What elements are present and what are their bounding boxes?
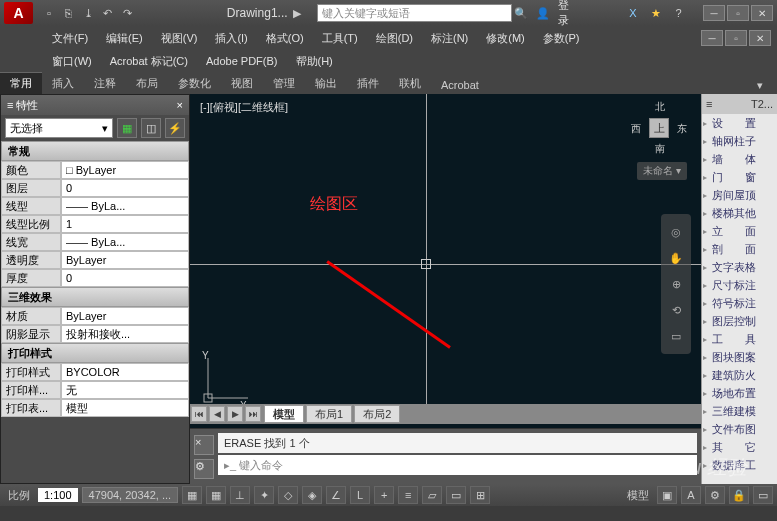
sb-otrack-button[interactable]: ∠ <box>326 486 346 504</box>
palette-item[interactable]: 三维建模 <box>702 402 777 420</box>
sb-tpy-button[interactable]: ▱ <box>422 486 442 504</box>
menu-insert[interactable]: 插入(I) <box>207 28 255 49</box>
sb-workspace-icon[interactable]: ⚙ <box>705 486 725 504</box>
ribbon-tab-insert[interactable]: 插入 <box>42 73 84 94</box>
menu-tools[interactable]: 工具(T) <box>314 28 366 49</box>
palette-item[interactable]: 尺寸标注 <box>702 276 777 294</box>
menu-parametric[interactable]: 参数(P) <box>535 28 588 49</box>
sb-snap-button[interactable]: ▦ <box>182 486 202 504</box>
ribbon-tab-online[interactable]: 联机 <box>389 73 431 94</box>
exchange-icon[interactable]: X <box>624 4 641 22</box>
sb-dyn-button[interactable]: + <box>374 486 394 504</box>
menu-view[interactable]: 视图(V) <box>153 28 206 49</box>
menu-adobe-pdf[interactable]: Adobe PDF(B) <box>198 52 286 70</box>
undo-icon[interactable]: ↶ <box>99 4 117 22</box>
sb-ortho-button[interactable]: ⊥ <box>230 486 250 504</box>
new-icon[interactable]: ▫ <box>40 4 58 22</box>
menu-help[interactable]: 帮助(H) <box>288 51 341 72</box>
category-general[interactable]: 常规 <box>1 141 189 161</box>
palette-item[interactable]: 建筑防火 <box>702 366 777 384</box>
doc-close-button[interactable]: ✕ <box>749 30 771 46</box>
app-logo[interactable]: A <box>4 2 33 24</box>
prop-linetype-value[interactable]: —— ByLa... <box>61 197 189 215</box>
zoom-icon[interactable]: ⊕ <box>664 272 688 296</box>
category-3d[interactable]: 三维效果 <box>1 287 189 307</box>
prop-color-value[interactable]: □ ByLayer <box>61 161 189 179</box>
tab-layout2[interactable]: 布局2 <box>354 405 400 423</box>
search-input[interactable]: 键入关键字或短语 <box>317 4 512 22</box>
menu-edit[interactable]: 编辑(E) <box>98 28 151 49</box>
sb-lock-icon[interactable]: 🔒 <box>729 486 749 504</box>
help-icon[interactable]: ? <box>670 4 687 22</box>
sb-cleanscreen-icon[interactable]: ▭ <box>753 486 773 504</box>
user-icon[interactable]: 👤 <box>535 4 552 22</box>
panel-grip-icon[interactable]: ≡ <box>7 99 13 111</box>
palette-grip-icon[interactable]: ≡ <box>706 98 712 110</box>
quick-select-button[interactable]: ⚡ <box>165 118 185 138</box>
pan-icon[interactable]: ✋ <box>664 246 688 270</box>
ribbon-tab-manage[interactable]: 管理 <box>263 73 305 94</box>
menu-draw[interactable]: 绘图(D) <box>368 28 421 49</box>
orbit-icon[interactable]: ⟲ <box>664 298 688 322</box>
ribbon-tab-output[interactable]: 输出 <box>305 73 347 94</box>
star-icon[interactable]: ★ <box>647 4 664 22</box>
palette-item[interactable]: 门 窗 <box>702 168 777 186</box>
command-close-icon[interactable]: × <box>194 435 214 455</box>
prop-thickness-value[interactable]: 0 <box>61 269 189 287</box>
prop-lweight-value[interactable]: —— ByLa... <box>61 233 189 251</box>
palette-item[interactable]: 工 具 <box>702 330 777 348</box>
ucs-icon[interactable]: Y X <box>202 354 252 406</box>
prop-ltscale-value[interactable]: 1 <box>61 215 189 233</box>
scale-value[interactable]: 1:100 <box>38 488 78 502</box>
open-icon[interactable]: ⎘ <box>60 4 78 22</box>
palette-item[interactable]: 立 面 <box>702 222 777 240</box>
palette-item[interactable]: 设 置 <box>702 114 777 132</box>
prop-plotstyle-value[interactable]: BYCOLOR <box>61 363 189 381</box>
menu-format[interactable]: 格式(O) <box>258 28 312 49</box>
close-button[interactable]: ✕ <box>751 5 773 21</box>
command-options-icon[interactable]: ⚙ <box>194 459 214 479</box>
play-icon[interactable]: ▶ <box>289 4 307 22</box>
coordinates[interactable]: 47904, 20342, ... <box>82 487 179 503</box>
menu-acrobat-mark[interactable]: Acrobat 标记(C) <box>102 51 196 72</box>
prop-shadow-value[interactable]: 投射和接收... <box>61 325 189 343</box>
sb-ducs-button[interactable]: L <box>350 486 370 504</box>
doc-minimize-button[interactable]: ─ <box>701 30 723 46</box>
view-label[interactable]: [-][俯视][二维线框] <box>200 100 288 115</box>
menu-modify[interactable]: 修改(M) <box>478 28 533 49</box>
palette-item[interactable]: 文件布图 <box>702 420 777 438</box>
prop-transparency-value[interactable]: ByLayer <box>61 251 189 269</box>
save-icon[interactable]: ⤓ <box>79 4 97 22</box>
selection-combo[interactable]: 无选择▾ <box>5 118 113 138</box>
palette-item[interactable]: 图块图案 <box>702 348 777 366</box>
binoculars-icon[interactable]: 🔍 <box>512 4 529 22</box>
viewcube-top[interactable]: 上 <box>649 118 669 138</box>
category-plotstyle[interactable]: 打印样式 <box>1 343 189 363</box>
prop-material-value[interactable]: ByLayer <box>61 307 189 325</box>
ribbon-tab-acrobat[interactable]: Acrobat <box>431 76 489 94</box>
palette-item[interactable]: 房间屋顶 <box>702 186 777 204</box>
ribbon-tab-annotate[interactable]: 注释 <box>84 73 126 94</box>
menu-dimension[interactable]: 标注(N) <box>423 28 476 49</box>
command-input[interactable]: ▸_ 键入命令 <box>218 455 697 475</box>
pickadd-button[interactable]: ▦ <box>117 118 137 138</box>
sb-3dosnap-button[interactable]: ◈ <box>302 486 322 504</box>
tab-layout1[interactable]: 布局1 <box>306 405 352 423</box>
prop-plotstyle3-value[interactable]: 模型 <box>61 399 189 417</box>
ribbon-tab-parametric[interactable]: 参数化 <box>168 73 221 94</box>
maximize-button[interactable]: ▫ <box>727 5 749 21</box>
palette-item[interactable]: 墙 体 <box>702 150 777 168</box>
view-unnamed[interactable]: 未命名 ▾ <box>637 162 687 180</box>
menu-window[interactable]: 窗口(W) <box>44 51 100 72</box>
ribbon-tab-view[interactable]: 视图 <box>221 73 263 94</box>
steering-wheel-icon[interactable]: ◎ <box>664 220 688 244</box>
sb-maximize-icon[interactable]: ▣ <box>657 486 677 504</box>
ribbon-tab-home[interactable]: 常用 <box>0 72 42 94</box>
tab-nav-last[interactable]: ⏭ <box>245 406 261 422</box>
palette-item[interactable]: 场地布置 <box>702 384 777 402</box>
ribbon-tab-layout[interactable]: 布局 <box>126 73 168 94</box>
tab-nav-next[interactable]: ▶ <box>227 406 243 422</box>
login-link[interactable]: 登录 <box>558 0 579 28</box>
prop-plotstyle2-value[interactable]: 无 <box>61 381 189 399</box>
menu-file[interactable]: 文件(F) <box>44 28 96 49</box>
